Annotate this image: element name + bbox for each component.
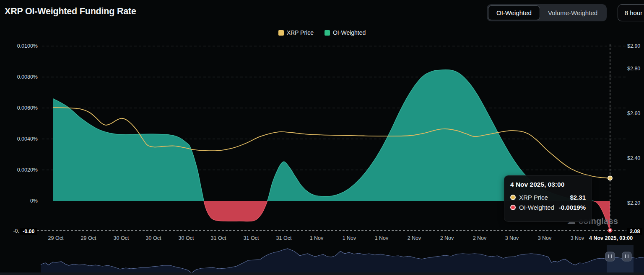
crosshair-x-label: 4 Nov 2025, 03:00 [587, 235, 635, 242]
x-axis-tick: 29 Oct [74, 235, 103, 241]
series-dot-icon [510, 195, 516, 200]
right-axis-tick: $2.60 [627, 110, 640, 117]
navigator-track [0, 272, 644, 275]
x-axis-tick: 3 Nov [498, 235, 526, 241]
left-axis-tick: 0.0040% [0, 136, 38, 142]
x-axis-tick: 31 Oct [237, 235, 265, 241]
navigator-handle[interactable] [605, 252, 615, 261]
x-axis-tick: 2 Nov [400, 235, 428, 241]
right-axis-tick: $2.40 [627, 155, 640, 162]
left-axis-tick: 0.0100% [0, 43, 38, 49]
x-axis-tick: 3 Nov [530, 235, 559, 241]
left-axis-tick: 0.0060% [0, 105, 38, 111]
tooltip-row: OI-Weighted-0.0019% [510, 204, 586, 211]
x-axis-tick: 1 Nov [335, 235, 364, 241]
series-dot-icon [510, 205, 516, 210]
right-axis-tick: $2.80 [627, 65, 640, 72]
left-axis-tick: 0% [0, 198, 38, 204]
right-axis-tick: $2.90 [627, 43, 640, 49]
x-axis-tick: 31 Oct [270, 235, 298, 241]
tooltip-series-label: OI-Weighted [519, 204, 556, 211]
tooltip-series-label: XRP Price [519, 194, 566, 201]
price-marker [608, 176, 612, 180]
x-axis-tick: 30 Oct [172, 235, 200, 241]
x-axis-tick: 30 Oct [139, 235, 168, 241]
x-axis-tick: 2 Nov [465, 235, 494, 241]
x-axis-tick: 29 Oct [42, 235, 70, 241]
left-axis-tick: 0.0020% [0, 167, 38, 173]
tooltip-series-value: -0.0019% [559, 204, 586, 211]
x-axis-tick: 2 Nov [433, 235, 461, 241]
tooltip-title: 4 Nov 2025, 03:00 [510, 181, 586, 188]
left-axis-partial-label: -0. [0, 228, 19, 234]
x-axis-tick: 30 Oct [107, 235, 135, 241]
right-axis-tick: $2.20 [627, 200, 640, 206]
left-axis-tick: 0.0080% [0, 74, 38, 80]
tooltip-series-value: $2.31 [570, 194, 586, 201]
x-axis-tick: 1 Nov [302, 235, 331, 241]
tooltip-rows: XRP Price$2.31OI-Weighted-0.0019% [510, 194, 586, 211]
x-axis-tick: 1 Nov [367, 235, 396, 241]
navigator-handle[interactable] [622, 252, 631, 261]
funding-rate-chart-widget: XRP OI-Weighted Funding Rate OI-Weighted… [0, 0, 644, 275]
funding-marker [608, 229, 612, 232]
chart-tooltip: 4 Nov 2025, 03:00 XRP Price$2.31OI-Weigh… [504, 175, 592, 222]
crosshair-right-badge: 2.08 [627, 228, 642, 235]
tooltip-row: XRP Price$2.31 [510, 194, 586, 201]
x-axis-tick: 31 Oct [204, 235, 233, 241]
main-chart-canvas[interactable] [0, 0, 644, 275]
crosshair-left-badge: -0.00 [20, 228, 37, 235]
